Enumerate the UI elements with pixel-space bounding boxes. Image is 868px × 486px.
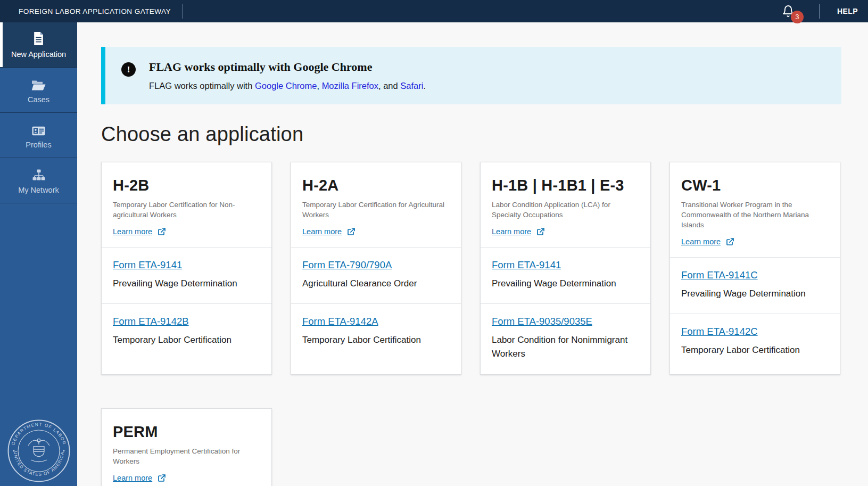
form-description: Prevailing Wage Determination xyxy=(681,287,820,301)
card-title: H-2B xyxy=(113,177,260,194)
sidebar-item-label: New Application xyxy=(11,50,66,59)
form-link[interactable]: Form ETA-9142A xyxy=(302,316,378,327)
id-card-icon xyxy=(32,122,45,136)
svg-text:UNITED STATES OF AMERICA: UNITED STATES OF AMERICA xyxy=(12,451,64,477)
learn-more-row: Learn more xyxy=(113,474,260,482)
topbar-divider xyxy=(183,4,183,19)
form-section: Form ETA-9141CPrevailing Wage Determinat… xyxy=(670,257,840,314)
main-content: ! FLAG works optimally with Google Chrom… xyxy=(77,22,868,486)
sidebar-item-label: Cases xyxy=(28,95,49,104)
learn-more-link[interactable]: Learn more xyxy=(113,474,152,482)
card-title: H-2A xyxy=(302,177,450,194)
card-sections: Form ETA-9141Prevailing Wage Determinati… xyxy=(102,247,271,374)
browser-link[interactable]: Mozilla Firefox xyxy=(322,81,378,90)
form-section: Form ETA-9142ATemporary Labor Certificat… xyxy=(291,303,461,374)
form-link[interactable]: Form ETA-9142B xyxy=(113,316,189,327)
external-link-icon xyxy=(536,227,545,236)
external-link-icon xyxy=(158,474,166,482)
form-description: Prevailing Wage Determination xyxy=(492,277,630,291)
alert-body-text: , xyxy=(317,81,321,90)
topbar-divider xyxy=(819,4,820,19)
external-link-icon xyxy=(726,237,734,246)
application-card-h-2a: H-2ATemporary Labor Certification for Ag… xyxy=(291,162,461,375)
network-icon xyxy=(32,167,45,181)
form-description: Temporary Labor Certification xyxy=(681,343,820,357)
topbar-right: 3 HELP xyxy=(782,0,868,22)
form-link[interactable]: Form ETA-9141C xyxy=(681,269,758,281)
form-link[interactable]: Form ETA-9141 xyxy=(492,259,561,271)
form-link[interactable]: Form ETA-9141 xyxy=(113,259,182,271)
card-title: PERM xyxy=(113,423,260,441)
sidebar-item-label: My Network xyxy=(18,186,59,194)
application-card-h-1b-h-1b1-e-3: H-1B | H-1B1 | E-3Labor Condition Applic… xyxy=(480,162,651,375)
card-sections: Form ETA-790/790AAgricultural Clearance … xyxy=(291,247,461,374)
form-link[interactable]: Form ETA-9142C xyxy=(681,326,758,337)
learn-more-link[interactable]: Learn more xyxy=(113,227,152,236)
form-section: Form ETA-9035/9035ELabor Condition for N… xyxy=(481,303,650,374)
alert-body-text: FLAG works optimally with xyxy=(149,81,255,90)
application-card-h-2b: H-2BTemporary Labor Certification for No… xyxy=(101,162,272,375)
card-title: CW-1 xyxy=(681,177,829,194)
form-link[interactable]: Form ETA-9035/9035E xyxy=(492,316,592,327)
info-icon: ! xyxy=(121,62,136,77)
card-header: PERMPermanent Employment Certification f… xyxy=(102,409,271,486)
form-section: Form ETA-9142BTemporary Labor Certificat… xyxy=(102,303,271,374)
application-cards: H-2BTemporary Labor Certification for No… xyxy=(101,162,842,486)
alert-body-text: , and xyxy=(378,81,400,90)
form-section: Form ETA-9141Prevailing Wage Determinati… xyxy=(481,247,650,303)
application-card-perm: PERMPermanent Employment Certification f… xyxy=(101,408,272,486)
form-section: Form ETA-790/790AAgricultural Clearance … xyxy=(291,247,461,303)
card-subtitle: Labor Condition Application (LCA) for Sp… xyxy=(492,200,639,220)
alert-title: FLAG works optimally with Google Chrome xyxy=(149,60,426,74)
learn-more-row: Learn more xyxy=(492,227,639,236)
form-description: Temporary Labor Certification xyxy=(302,333,441,347)
alert-body-text: . xyxy=(423,81,426,90)
form-description: Labor Condition for Nonimmigrant Workers xyxy=(492,333,630,361)
form-section: Form ETA-9142CTemporary Labor Certificat… xyxy=(670,314,840,374)
sidebar-item-profiles[interactable]: Profiles xyxy=(0,113,77,158)
browser-link[interactable]: Google Chrome xyxy=(255,81,317,90)
sidebar-item-my-network[interactable]: My Network xyxy=(0,158,77,203)
learn-more-row: Learn more xyxy=(302,227,450,236)
card-header: H-1B | H-1B1 | E-3Labor Condition Applic… xyxy=(481,162,650,247)
notifications-button[interactable]: 3 xyxy=(782,4,795,18)
alert-body: FLAG works optimally with Google Chrome,… xyxy=(149,81,426,91)
card-header: H-2ATemporary Labor Certification for Ag… xyxy=(291,162,461,247)
learn-more-link[interactable]: Learn more xyxy=(492,227,531,236)
card-subtitle: Temporary Labor Certification for Agricu… xyxy=(302,200,450,220)
card-subtitle: Transitional Worker Program in the Commo… xyxy=(681,200,829,230)
external-link-icon xyxy=(158,227,166,236)
card-header: H-2BTemporary Labor Certification for No… xyxy=(102,162,271,247)
alert-text: FLAG works optimally with Google Chrome … xyxy=(149,60,426,91)
sidebar-item-cases[interactable]: Cases xyxy=(0,68,77,113)
notification-badge: 3 xyxy=(791,11,804,23)
form-description: Agricultural Clearance Order xyxy=(302,277,441,291)
card-header: CW-1Transitional Worker Program in the C… xyxy=(670,162,840,257)
topbar-left: FOREIGN LABOR APPLICATION GATEWAY xyxy=(0,0,183,22)
help-link[interactable]: HELP xyxy=(837,7,858,15)
app-title[interactable]: FOREIGN LABOR APPLICATION GATEWAY xyxy=(19,7,171,15)
learn-more-link[interactable]: Learn more xyxy=(302,227,342,236)
learn-more-row: Learn more xyxy=(681,237,829,246)
page-heading: Choose an application xyxy=(101,123,841,146)
form-description: Prevailing Wage Determination xyxy=(113,277,251,291)
card-title: H-1B | H-1B1 | E-3 xyxy=(492,177,639,194)
form-description: Temporary Labor Certification xyxy=(113,333,251,347)
document-icon xyxy=(33,31,44,45)
form-section: Form ETA-9141Prevailing Wage Determinati… xyxy=(102,247,271,303)
form-link[interactable]: Form ETA-790/790A xyxy=(302,259,392,271)
sidebar: New ApplicationCasesProfilesMy Network D… xyxy=(0,22,77,486)
browser-link[interactable]: Safari xyxy=(400,81,423,90)
learn-more-link[interactable]: Learn more xyxy=(681,237,721,246)
top-navigation-bar: FOREIGN LABOR APPLICATION GATEWAY 3 HELP xyxy=(0,0,868,22)
application-card-cw-1: CW-1Transitional Worker Program in the C… xyxy=(669,162,840,375)
sidebar-item-new-application[interactable]: New Application xyxy=(0,22,77,68)
external-link-icon xyxy=(347,227,356,236)
card-sections: Form ETA-9141Prevailing Wage Determinati… xyxy=(481,247,650,374)
card-subtitle: Temporary Labor Certification for Non-ag… xyxy=(113,200,260,220)
card-subtitle: Permanent Employment Certification for W… xyxy=(113,447,260,467)
browser-compatibility-alert: ! FLAG works optimally with Google Chrom… xyxy=(101,47,841,104)
folder-icon xyxy=(31,77,46,90)
card-sections: Form ETA-9141CPrevailing Wage Determinat… xyxy=(670,257,840,374)
dol-seal: DEPARTMENT OF LABOR UNITED STATES OF AME… xyxy=(7,419,71,485)
